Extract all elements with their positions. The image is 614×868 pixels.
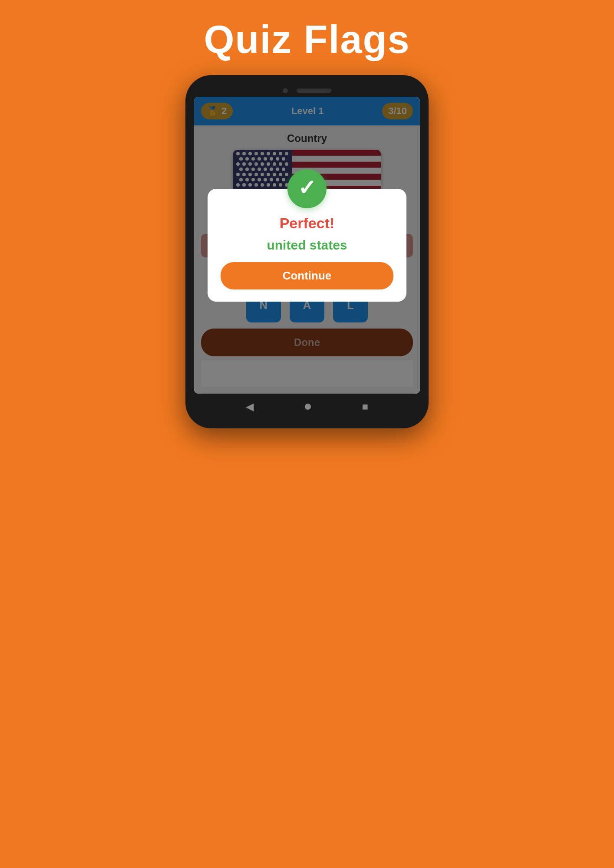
modal-answer: united states — [221, 238, 393, 253]
phone-top-bar — [194, 84, 420, 97]
phone-camera — [283, 88, 288, 93]
back-button[interactable]: ◀ — [246, 401, 254, 413]
modal-card: ✓ Perfect! united states Continue — [208, 189, 406, 302]
success-circle: ✓ — [287, 169, 327, 208]
modal-overlay: ✓ Perfect! united states Continue — [194, 97, 420, 394]
continue-button[interactable]: Continue — [221, 262, 393, 289]
phone-speaker — [297, 89, 331, 93]
modal-status: Perfect! — [221, 215, 393, 232]
phone-bottom-nav: ◀ ■ — [194, 394, 420, 420]
check-icon: ✓ — [298, 177, 316, 199]
home-button[interactable] — [305, 404, 311, 410]
phone-screen: 🥇 2 Level 1 3/10 Country — [194, 97, 420, 394]
phone-frame: 🥇 2 Level 1 3/10 Country — [185, 75, 429, 428]
page-title: Quiz Flags — [204, 17, 410, 62]
recent-button[interactable]: ■ — [362, 401, 369, 413]
